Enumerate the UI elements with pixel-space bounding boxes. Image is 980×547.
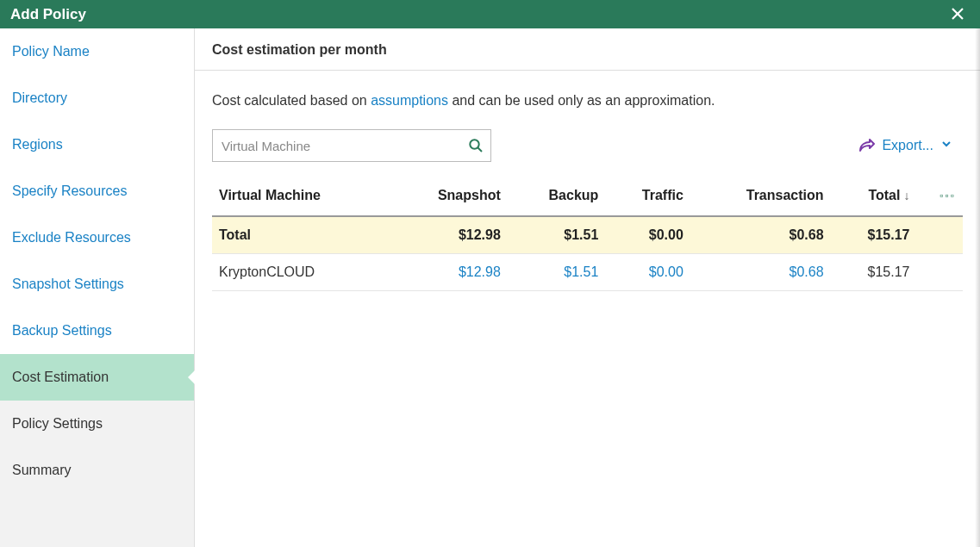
sort-desc-icon: ↓ [903,189,909,202]
cost-table: Virtual Machine Snapshot Backup Traffic … [212,177,963,291]
row-traffic[interactable]: $0.00 [605,254,690,291]
sidebar-item-label: Policy Name [12,44,90,59]
sidebar-item-label: Exclude Resources [12,230,131,245]
sidebar-item-label: Regions [12,137,63,152]
search-icon[interactable] [468,138,484,153]
column-options-icon[interactable]: ▫▫▫ [916,177,963,216]
close-icon[interactable] [946,6,970,23]
chevron-down-icon [940,138,952,153]
row-total: $15.17 [831,254,917,291]
assumptions-link[interactable]: assumptions [371,93,448,108]
wizard-sidebar: Policy Name Directory Regions Specify Re… [0,28,195,547]
col-total[interactable]: Total↓ [831,177,917,216]
sidebar-item-label: Cost Estimation [12,370,109,384]
sidebar-item-specify-resources[interactable]: Specify Resources [0,168,194,214]
sidebar-item-snapshot-settings[interactable]: Snapshot Settings [0,261,194,308]
toolbar: Export... [195,117,980,171]
sidebar-item-label: Directory [12,90,67,105]
desc-text-pre: Cost calculated based on [212,93,371,108]
sidebar-item-label: Backup Settings [12,323,112,338]
total-traffic: $0.00 [605,216,690,254]
col-vm[interactable]: Virtual Machine [212,177,390,216]
search-input[interactable] [222,139,468,153]
sidebar-item-label: Summary [12,463,71,477]
col-traffic[interactable]: Traffic [605,177,690,216]
col-transaction[interactable]: Transaction [690,177,831,216]
sidebar-item-regions[interactable]: Regions [0,121,194,168]
sidebar-item-label: Policy Settings [12,416,103,431]
col-snapshot[interactable]: Snapshot [390,177,508,216]
total-transaction: $0.68 [690,216,831,254]
sidebar-item-policy-settings[interactable]: Policy Settings [0,401,194,447]
sidebar-item-label: Specify Resources [12,183,127,198]
row-backup[interactable]: $1.51 [508,254,606,291]
sidebar-item-cost-estimation[interactable]: Cost Estimation [0,354,194,401]
total-total: $15.17 [831,216,917,254]
dialog-header: Add Policy [0,0,980,28]
col-backup[interactable]: Backup [508,177,606,216]
export-button[interactable]: Export... [858,138,963,153]
table-total-row: Total $12.98 $1.51 $0.00 $0.68 $15.17 [212,216,963,254]
total-backup: $1.51 [508,216,606,254]
sidebar-item-label: Snapshot Settings [12,277,124,291]
desc-text-post: and can be used only as an approximation… [448,93,715,108]
export-arrow-icon [858,138,875,153]
total-label: Total [212,216,390,254]
svg-line-3 [478,148,483,152]
table-header-row: Virtual Machine Snapshot Backup Traffic … [212,177,963,216]
export-label: Export... [882,138,933,153]
total-snapshot: $12.98 [390,216,508,254]
row-transaction[interactable]: $0.68 [690,254,831,291]
dialog-title: Add Policy [10,6,86,23]
table-row[interactable]: KryptonCLOUD $12.98 $1.51 $0.00 $0.68 $1… [212,254,963,291]
sidebar-item-summary[interactable]: Summary [0,447,194,494]
sidebar-item-exclude-resources[interactable]: Exclude Resources [0,214,194,261]
main-panel: Cost estimation per month Cost calculate… [195,28,980,547]
sidebar-item-backup-settings[interactable]: Backup Settings [0,308,194,354]
sidebar-item-directory[interactable]: Directory [0,75,194,121]
cost-description: Cost calculated based on assumptions and… [195,71,980,117]
row-snapshot[interactable]: $12.98 [390,254,508,291]
row-vm-name: KryptonCLOUD [212,254,390,291]
page-title: Cost estimation per month [195,28,980,71]
svg-point-2 [470,140,478,148]
sidebar-item-policy-name[interactable]: Policy Name [0,28,194,75]
search-box[interactable] [212,129,491,162]
